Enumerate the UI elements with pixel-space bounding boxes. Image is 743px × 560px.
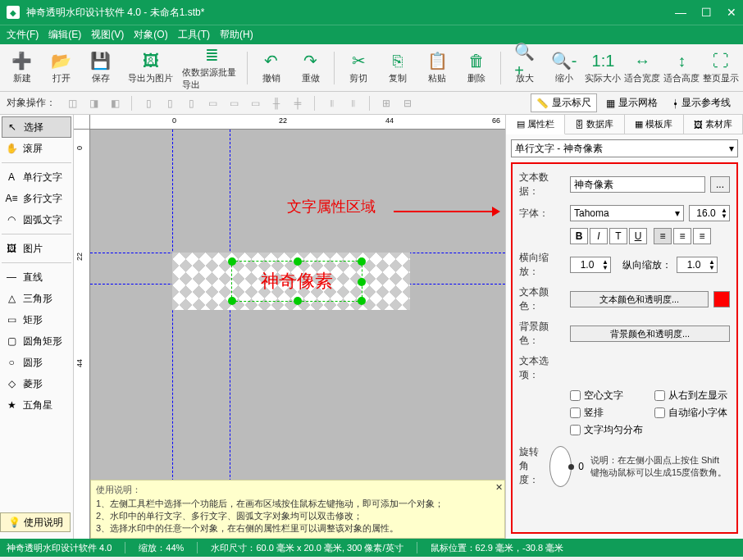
align-icon[interactable]: ▭ xyxy=(204,95,221,112)
view-option-显示网格[interactable]: ▦显示网格 xyxy=(600,93,663,112)
layer-icon[interactable]: ◨ xyxy=(85,95,102,112)
tool-三角形[interactable]: △三角形 xyxy=(2,288,71,309)
toolbar-粘贴[interactable]: 📋粘贴 xyxy=(418,47,456,89)
align-right-button[interactable]: ≡ xyxy=(693,228,711,244)
align-icon[interactable]: ▯ xyxy=(140,95,157,112)
resize-handle[interactable] xyxy=(294,257,302,266)
italic-button[interactable]: I xyxy=(590,228,608,244)
toolbar-新建[interactable]: ➕新建 xyxy=(3,47,41,89)
tab-素材库[interactable]: 🖼素材库 xyxy=(684,115,743,134)
font-size-spinner[interactable]: 16.0 ▲▼ xyxy=(689,205,730,221)
strike-button[interactable]: T xyxy=(609,228,627,244)
align-icon[interactable]: ╪ xyxy=(289,95,306,112)
guide-vertical[interactable] xyxy=(172,130,173,539)
layer-icon[interactable]: ◧ xyxy=(107,95,123,112)
guide-vertical[interactable] xyxy=(230,130,230,539)
close-button[interactable]: ✕ xyxy=(727,6,736,19)
menu-item[interactable]: 工具(T) xyxy=(178,28,210,42)
object-selector[interactable]: 单行文字 - 神奇像素 ▾ xyxy=(511,139,738,157)
tab-属性栏[interactable]: ▤属性栏 xyxy=(506,115,565,134)
toolbar-撤销[interactable]: ↶撤销 xyxy=(253,47,290,89)
text-data-more-button[interactable]: ... xyxy=(710,176,730,193)
font-select[interactable]: Tahoma ▾ xyxy=(570,205,684,221)
menu-item[interactable]: 编辑(E) xyxy=(48,28,81,42)
canvas-text: 神奇像素 xyxy=(261,269,333,294)
resize-handle[interactable] xyxy=(228,297,236,305)
tool-icon: A≡ xyxy=(5,192,18,205)
align-icon[interactable]: ▭ xyxy=(247,95,263,112)
resize-handle[interactable] xyxy=(228,257,236,266)
tool-直线[interactable]: —直线 xyxy=(2,266,71,288)
underline-button[interactable]: U xyxy=(629,228,647,244)
align-icon[interactable]: ▯ xyxy=(162,95,178,112)
align-left-button[interactable]: ≡ xyxy=(654,228,672,244)
tool-矩形[interactable]: ▭矩形 xyxy=(2,309,71,330)
distribute-icon[interactable]: ⫴ xyxy=(323,95,340,112)
menu-item[interactable]: 视图(V) xyxy=(91,28,124,42)
rotate-dial[interactable] xyxy=(549,446,572,487)
toolbar-打开[interactable]: 📂打开 xyxy=(43,47,80,89)
tool-五角星[interactable]: ★五角星 xyxy=(2,394,71,416)
checkbox-文字均匀分布[interactable]: 文字均匀分布 xyxy=(570,423,646,437)
tool-图片[interactable]: 🖼图片 xyxy=(2,238,71,259)
bg-color-button[interactable]: 背景颜色和透明度... xyxy=(570,326,730,342)
align-center-button[interactable]: ≡ xyxy=(673,228,691,244)
vscale-spinner[interactable]: 1.0▲▼ xyxy=(677,257,718,273)
toolbar-依数据源批量导出[interactable]: ≣依数据源批量导出 xyxy=(182,47,242,89)
maximize-button[interactable]: ☐ xyxy=(701,6,712,19)
checkbox-从右到左显示[interactable]: 从右到左显示 xyxy=(654,389,731,403)
usage-button[interactable]: 💡 使用说明 xyxy=(0,512,71,532)
tool-icon: ◠ xyxy=(5,213,18,226)
view-option-显示标尺[interactable]: 📏显示标尺 xyxy=(531,93,597,112)
tool-单行文字[interactable]: A单行文字 xyxy=(2,166,71,188)
hscale-spinner[interactable]: 1.0▲▼ xyxy=(570,257,611,273)
resize-handle[interactable] xyxy=(358,278,366,286)
checkbox-自动缩小字体[interactable]: 自动缩小字体 xyxy=(654,406,731,420)
toolbar-导出为图片[interactable]: 🖼导出为图片 xyxy=(121,47,181,89)
tool-圆角矩形[interactable]: ▢圆角矩形 xyxy=(2,330,71,352)
toolbar-保存[interactable]: 💾保存 xyxy=(82,47,120,89)
toolbar-重做[interactable]: ↷重做 xyxy=(292,47,330,89)
checkbox-空心文字[interactable]: 空心文字 xyxy=(570,389,646,403)
distribute-icon[interactable]: ⫴ xyxy=(344,95,361,112)
toolbar-实际大小[interactable]: 1:1实际大小 xyxy=(585,47,622,89)
minimize-button[interactable]: — xyxy=(675,6,686,19)
view-option-显示参考线[interactable]: ⍿显示参考线 xyxy=(667,93,736,112)
tab-数据库[interactable]: 🗄数据库 xyxy=(565,115,624,134)
layer-icon[interactable]: ◫ xyxy=(64,95,80,112)
resize-handle[interactable] xyxy=(294,297,302,305)
align-icon[interactable]: ╫ xyxy=(268,95,285,112)
toolbar-适合宽度[interactable]: ↔适合宽度 xyxy=(623,47,661,89)
toolbar-复制[interactable]: ⎘复制 xyxy=(379,47,417,89)
toolbar-缩小[interactable]: 🔍-缩小 xyxy=(545,47,583,89)
tool-选择[interactable]: ↖选择 xyxy=(2,116,71,138)
tool-菱形[interactable]: ◇菱形 xyxy=(2,373,71,394)
usage-close-icon[interactable]: ✕ xyxy=(495,482,503,493)
text-color-button[interactable]: 文本颜色和透明度... xyxy=(570,291,709,307)
text-color-swatch[interactable] xyxy=(713,291,730,307)
bold-button[interactable]: B xyxy=(570,228,588,244)
checkbox-竖排[interactable]: 竖排 xyxy=(570,406,646,420)
canvas[interactable]: 神奇像素 文字属性区域 使用说明： 1、左侧工具栏中选择一个功能后，在画布区域按… xyxy=(90,130,505,539)
menu-item[interactable]: 文件(F) xyxy=(7,28,39,42)
tool-圆形[interactable]: ○圆形 xyxy=(2,352,71,373)
align-icon[interactable]: ▭ xyxy=(226,95,242,112)
tool-圆弧文字[interactable]: ◠圆弧文字 xyxy=(2,209,71,230)
tab-模板库[interactable]: ▦模板库 xyxy=(625,115,684,134)
text-selection[interactable]: 神奇像素 xyxy=(231,261,362,302)
menu-item[interactable]: 帮助(H) xyxy=(220,28,253,42)
toolbar-剪切[interactable]: ✂剪切 xyxy=(340,47,377,89)
resize-handle[interactable] xyxy=(358,257,366,266)
align-icon[interactable]: ▯ xyxy=(183,95,199,112)
resize-handle[interactable] xyxy=(358,297,366,305)
group-icon[interactable]: ⊟ xyxy=(399,95,416,112)
toolbar-整页显示[interactable]: ⛶整页显示 xyxy=(702,47,740,89)
toolbar-适合高度[interactable]: ↕适合高度 xyxy=(663,47,700,89)
toolbar-删除[interactable]: 🗑删除 xyxy=(458,47,495,89)
menu-item[interactable]: 对象(O) xyxy=(134,28,167,42)
text-data-input[interactable] xyxy=(570,176,705,193)
tool-滚屏[interactable]: ✋滚屏 xyxy=(2,138,71,159)
tool-多行文字[interactable]: A≡多行文字 xyxy=(2,188,71,209)
toolbar-放大[interactable]: 🔍+放大 xyxy=(506,47,544,89)
group-icon[interactable]: ⊞ xyxy=(378,95,394,112)
